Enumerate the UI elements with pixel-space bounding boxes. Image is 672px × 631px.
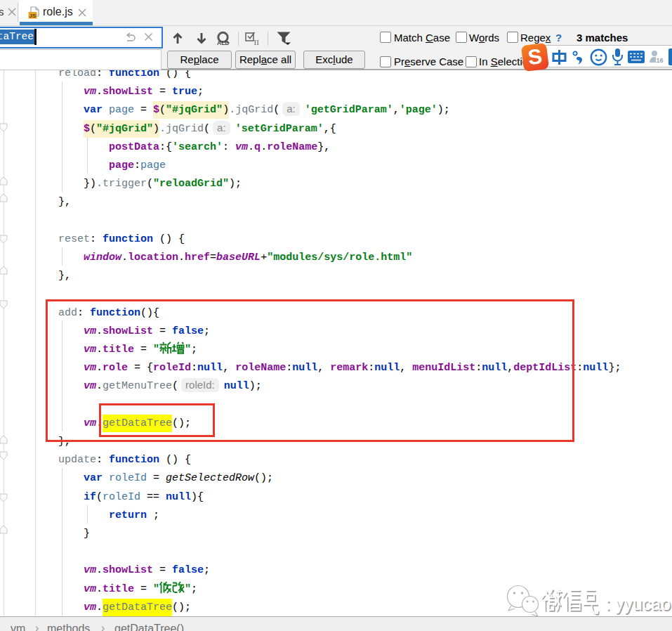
svg-text:JS: JS	[29, 13, 37, 19]
svg-text:II: II	[254, 38, 260, 46]
svg-text:ALL: ALL	[217, 39, 229, 46]
svg-text:16: 16	[656, 57, 663, 64]
svg-text:: yyucao: : yyucao	[605, 594, 671, 613]
